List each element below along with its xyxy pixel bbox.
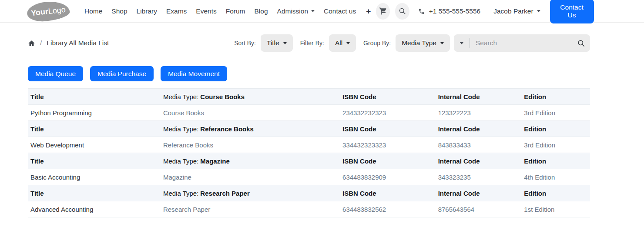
main-nav: Home Shop Library Exams Events Forum Blo… xyxy=(84,7,371,16)
table-row[interactable]: Advanced Accounting Research Paper 63448… xyxy=(28,201,590,217)
column-header-edition: Edition xyxy=(521,190,590,197)
nav-search-button[interactable] xyxy=(395,3,409,20)
group-media-type-header: Media Type:Research Paper xyxy=(161,190,340,197)
cell-isbn-code: 634483832909 xyxy=(340,174,436,181)
column-header-internal-code: Internal Code xyxy=(436,157,522,165)
nav-item-forum[interactable]: Forum xyxy=(226,7,245,15)
home-icon[interactable] xyxy=(28,40,35,47)
group-by-dropdown[interactable]: Media Type xyxy=(396,34,450,52)
contact-us-button[interactable]: Contact Us xyxy=(550,0,594,23)
nav-item-exams[interactable]: Exams xyxy=(166,7,187,15)
user-menu[interactable]: Jacob Parker xyxy=(493,7,540,15)
phone-number: +1 555-555-5556 xyxy=(429,7,481,15)
table-group-header-row: Title Media Type:Research Paper ISBN Cod… xyxy=(28,185,590,201)
cell-title: Advanced Accounting xyxy=(28,206,161,213)
nav-item-admission-label: Admission xyxy=(277,7,309,15)
cell-edition: 3rd Edition xyxy=(521,109,590,117)
column-header-internal-code: Internal Code xyxy=(436,93,522,100)
search-input[interactable] xyxy=(470,39,572,47)
media-queue-button[interactable]: Media Queue xyxy=(28,66,83,81)
cell-title: Basic Accounting xyxy=(28,174,161,181)
user-name: Jacob Parker xyxy=(493,7,533,15)
search-icon xyxy=(577,39,585,47)
list-controls: Sort By: Title Filter By: All Group By: … xyxy=(234,34,590,52)
chevron-down-icon xyxy=(460,42,463,44)
logo-text-your: Your xyxy=(30,7,49,17)
media-purchase-button[interactable]: Media Purchase xyxy=(90,66,154,81)
site-logo[interactable]: YourLogo xyxy=(26,0,70,23)
column-header-isbn: ISBN Code xyxy=(340,93,436,100)
column-header-internal-code: Internal Code xyxy=(436,190,522,197)
chevron-down-icon xyxy=(537,10,540,12)
column-header-title: Title xyxy=(28,93,161,100)
cell-isbn-code: 234332232323 xyxy=(340,109,436,117)
cell-title: Web Development xyxy=(28,141,161,149)
search-icon xyxy=(398,7,406,15)
column-header-title: Title xyxy=(28,190,161,197)
column-header-isbn: ISBN Code xyxy=(340,125,436,133)
table-row[interactable]: Python Programming Course Books 23433223… xyxy=(28,105,590,121)
media-type-prefix: Media Type: xyxy=(163,157,198,165)
media-type-prefix: Media Type: xyxy=(163,190,198,197)
group-media-type-value: Course Books xyxy=(200,93,245,100)
column-header-edition: Edition xyxy=(521,93,590,100)
list-toolbar: / Library All Media List Sort By: Title … xyxy=(0,34,644,52)
column-header-title: Title xyxy=(28,157,161,165)
chevron-down-icon xyxy=(440,42,444,44)
table-group-header-row: Title Media Type:Course Books ISBN Code … xyxy=(28,89,590,105)
breadcrumb-separator: / xyxy=(40,39,42,47)
top-navbar: YourLogo Home Shop Library Exams Events … xyxy=(0,0,644,23)
group-media-type-value: Research Paper xyxy=(200,190,249,197)
table-row[interactable]: Basic Accounting Magazine 634483832909 3… xyxy=(28,169,590,185)
cell-edition: 3rd Edition xyxy=(521,141,590,149)
cell-media-type: Referance Books xyxy=(161,141,340,149)
sort-by-dropdown[interactable]: Title xyxy=(261,34,293,52)
cell-internal-code: 343323235 xyxy=(436,174,522,181)
filter-by-label: Filter By: xyxy=(300,40,324,47)
group-media-type-value: Magazine xyxy=(200,157,230,165)
chevron-down-icon xyxy=(283,42,287,44)
nav-item-shop[interactable]: Shop xyxy=(111,7,127,15)
group-media-type-header: Media Type:Magazine xyxy=(161,157,340,165)
cell-internal-code: 843833433 xyxy=(436,141,522,149)
media-type-prefix: Media Type: xyxy=(163,125,198,133)
cell-edition: 1st Edition xyxy=(521,206,590,213)
phone-link[interactable]: +1 555-555-5556 xyxy=(418,7,481,15)
media-action-buttons: Media Queue Media Purchase Media Movemen… xyxy=(0,66,644,81)
filter-by-dropdown[interactable]: All xyxy=(329,34,356,52)
column-header-edition: Edition xyxy=(521,125,590,133)
cell-isbn-code: 634483832562 xyxy=(340,206,436,213)
cell-isbn-code: 334432323323 xyxy=(340,141,436,149)
group-media-type-header: Media Type:Course Books xyxy=(161,93,340,100)
logo-text-logo: Logo xyxy=(48,5,66,16)
phone-icon xyxy=(418,8,425,15)
nav-item-events[interactable]: Events xyxy=(196,7,216,15)
media-type-prefix: Media Type: xyxy=(163,93,198,100)
column-header-edition: Edition xyxy=(521,157,590,165)
cell-media-type: Research Paper xyxy=(161,206,340,213)
cart-icon xyxy=(379,7,387,15)
column-header-internal-code: Internal Code xyxy=(436,125,522,133)
column-header-isbn: ISBN Code xyxy=(340,157,436,165)
group-by-label: Group By: xyxy=(363,40,391,47)
group-media-type-header: Media Type:Referance Books xyxy=(161,125,340,133)
nav-item-contact-us[interactable]: Contact us xyxy=(324,7,356,15)
cell-title: Python Programming xyxy=(28,109,161,117)
breadcrumb-current-page: Library All Media List xyxy=(47,39,109,47)
nav-item-library[interactable]: Library xyxy=(137,7,157,15)
sort-by-value: Title xyxy=(267,39,279,47)
table-row[interactable]: Web Development Referance Books 33443232… xyxy=(28,137,590,153)
plus-icon[interactable]: + xyxy=(366,7,371,16)
nav-item-home[interactable]: Home xyxy=(84,7,102,15)
nav-item-blog[interactable]: Blog xyxy=(255,7,268,15)
search-scope-dropdown[interactable] xyxy=(454,34,470,52)
search-submit-button[interactable] xyxy=(572,34,590,52)
cell-media-type: Magazine xyxy=(161,174,340,181)
media-table-body: Title Media Type:Course Books ISBN Code … xyxy=(28,89,590,217)
group-media-type-value: Referance Books xyxy=(200,125,254,133)
group-by-value: Media Type xyxy=(402,39,436,47)
cart-button[interactable] xyxy=(376,3,390,20)
nav-item-admission[interactable]: Admission xyxy=(277,7,315,15)
cell-media-type: Course Books xyxy=(161,109,340,117)
media-movement-button[interactable]: Media Movement xyxy=(161,66,227,81)
